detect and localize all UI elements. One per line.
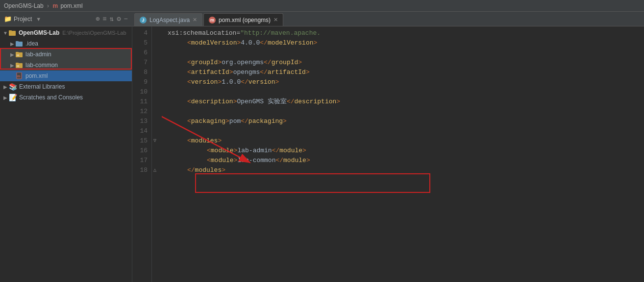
tab-pom-xml-close[interactable]: ✕ — [273, 17, 278, 23]
text-module-common: lab-common — [237, 157, 275, 164]
bracket-13c: </ — [241, 118, 248, 125]
bracket-17a: < — [207, 157, 211, 164]
code-line-17: <module>lab-common</module> — [168, 156, 644, 165]
breadcrumb-separator: › — [47, 2, 50, 9]
lab-admin-label: lab-admin — [25, 51, 51, 58]
tag-module-admin: module — [211, 147, 234, 154]
bracket-9d: > — [275, 78, 279, 86]
bracket-8c: </ — [260, 69, 268, 76]
bracket-16a: < — [207, 147, 211, 154]
chevron-idea: ▶ — [9, 40, 16, 47]
pom-label: pom.xml — [25, 72, 48, 79]
tag-packaging: packaging — [191, 118, 225, 125]
code-line-5: <modelVersion>4.0.0</modelVersion> — [168, 38, 644, 48]
code-line-11: <description>OpenGMS 实验室</description> — [168, 97, 644, 107]
code-line-12 — [168, 107, 644, 117]
text-module-admin: lab-admin — [237, 147, 272, 154]
tag-groupid: groupId — [191, 59, 218, 66]
code-line-9: <version>1.0.0</version> — [168, 77, 644, 87]
line-num-15: 15 ▽ — [136, 136, 148, 146]
bracket-5d: > — [314, 39, 318, 47]
bracket-11c: </ — [287, 98, 295, 105]
tree-item-lab-common-wrapper: ▶ M lab-common — [0, 60, 132, 70]
tag-modelversion-close: modelVersion — [268, 39, 314, 47]
svg-rect-5 — [16, 52, 19, 53]
tag-version-close: version — [248, 78, 275, 86]
tag-desc: description — [191, 98, 233, 105]
red-box-modules — [195, 173, 430, 193]
bracket-9a: < — [187, 78, 191, 86]
tag-module-common: module — [211, 157, 234, 164]
code-line-6 — [168, 48, 644, 58]
minimize-icon[interactable]: − — [124, 15, 128, 23]
breadcrumb-file: pom.xml — [60, 2, 82, 9]
bracket-13a: < — [187, 118, 191, 125]
svg-rect-1 — [9, 30, 12, 32]
chevron-scratches: ▶ — [2, 94, 9, 101]
project-label: Project — [14, 16, 32, 23]
chevron-root: ▼ — [2, 29, 9, 36]
indent-8: <artifactId>opengms</artifactId> — [187, 69, 310, 76]
bracket-15a: < — [187, 137, 191, 144]
tree-item-idea[interactable]: ▶ .idea — [0, 38, 132, 49]
bracket-16c: </ — [272, 147, 280, 154]
expand-icon[interactable]: ⇅ — [110, 15, 114, 23]
text-artifactid: opengms — [233, 69, 260, 76]
tree-item-scratches[interactable]: ▶ 📝 Scratches and Consoles — [0, 92, 132, 103]
ext-libs-icon: 📚 — [9, 83, 17, 91]
line-gutter — [152, 26, 162, 282]
indent-7: <groupId>org.opengms</groupId> — [187, 59, 302, 66]
line-num-10: 10 — [136, 87, 148, 97]
java-icon: J — [140, 17, 147, 24]
tab-log-aspect[interactable]: J LogAspect.java ✕ — [134, 13, 202, 26]
svg-text:M: M — [17, 54, 19, 57]
sidebar-header: 📁 Project ▼ ⊕ ≡ ⇅ ⚙ − — [0, 12, 132, 26]
code-line-14 — [168, 126, 644, 136]
svg-rect-3 — [16, 41, 19, 43]
bracket-5a: < — [187, 39, 191, 47]
idea-label: .idea — [25, 40, 38, 47]
settings-icon[interactable]: ⚙ — [117, 15, 121, 23]
code-line-15: <modules> — [168, 136, 644, 146]
root-label: OpenGMS-Lab — [19, 29, 59, 36]
tag-modules: modules — [191, 137, 218, 144]
bracket-8b: > — [229, 69, 233, 76]
bracket-18b: > — [222, 166, 225, 174]
indent-18: </modules> — [187, 166, 225, 174]
code-line-13: <packaging>pom</packaging> — [168, 117, 644, 126]
code-editor[interactable]: xsi:schemaLocation="http://maven.apache.… — [162, 26, 644, 282]
bracket-16d: > — [302, 147, 306, 154]
main-layout: 📁 Project ▼ ⊕ ≡ ⇅ ⚙ − ▼ — [0, 12, 644, 282]
tab-pom-xml[interactable]: m pom.xml (opengms) ✕ — [203, 13, 283, 26]
chevron-lab-admin: ▶ — [9, 51, 16, 58]
project-tree: ▼ OpenGMS-Lab E:\Projects\OpenGMS-Lab ▶ — [0, 26, 132, 282]
scratches-label: Scratches and Consoles — [19, 94, 83, 101]
tab-log-aspect-close[interactable]: ✕ — [193, 17, 197, 23]
svg-text:M: M — [17, 65, 19, 68]
bracket-11d: > — [336, 98, 340, 105]
title-bar: OpenGMS-Lab › m pom.xml — [0, 0, 644, 12]
tree-item-lab-admin-wrapper: ▶ M lab-admin — [0, 49, 132, 60]
collapse-icon[interactable]: ≡ — [102, 15, 106, 23]
tabs-bar: J LogAspect.java ✕ m pom.xml (opengms) ✕ — [132, 12, 644, 26]
tree-item-ext-libs[interactable]: ▶ 📚 External Libraries — [0, 81, 132, 92]
chevron-ext: ▶ — [2, 83, 9, 90]
tag-groupid-close: groupId — [272, 59, 298, 66]
bracket-7a: < — [187, 59, 191, 66]
text-groupid: org.opengms — [222, 59, 264, 66]
tree-item-lab-admin[interactable]: ▶ M lab-admin — [0, 49, 132, 60]
locate-icon[interactable]: ⊕ — [96, 15, 99, 23]
tag-desc-close: description — [294, 98, 336, 105]
code-line-16: <module>lab-admin</module> — [168, 146, 644, 156]
bracket-15b: > — [218, 137, 222, 144]
line-num-6: 6 — [136, 48, 148, 58]
tree-item-lab-common[interactable]: ▶ M lab-common — [0, 60, 132, 70]
tree-item-root[interactable]: ▼ OpenGMS-Lab E:\Projects\OpenGMS-Lab — [0, 27, 132, 38]
line-num-11: 11 — [136, 97, 148, 107]
line-num-7: 7 — [136, 58, 148, 68]
indent-13: <packaging>pom</packaging> — [187, 118, 287, 125]
maven-tab-icon: m — [209, 17, 216, 24]
bracket-11a: < — [187, 98, 191, 105]
folder-icon-lab-common: M — [16, 61, 24, 69]
tree-item-pom-xml[interactable]: ▶ m pom.xml — [0, 70, 132, 81]
